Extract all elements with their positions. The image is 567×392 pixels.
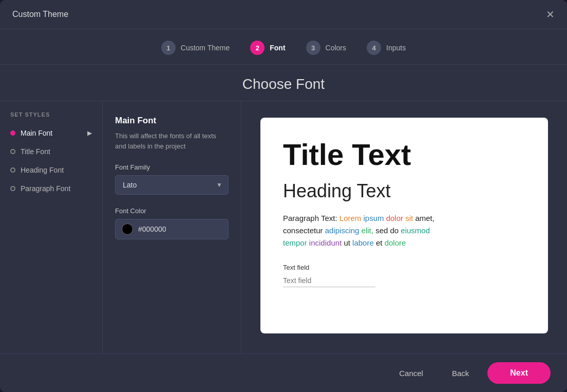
preview-panel: Title Text Heading Text Paragraph Text: … xyxy=(241,101,567,353)
sidebar-dot-paragraph-font xyxy=(10,186,15,191)
preview-field-label: Text field xyxy=(283,264,525,271)
para-word-18: dolore xyxy=(385,238,406,247)
para-word-1: Paragraph xyxy=(283,214,321,222)
sidebar-item-paragraph-font[interactable]: Paragraph Font xyxy=(0,179,102,198)
para-word-9: adipiscing xyxy=(325,226,362,235)
page-title: Choose Font xyxy=(0,65,567,101)
sidebar-item-title-font-label: Title Font xyxy=(21,147,50,156)
settings-panel: Main Font This will affect the fonts of … xyxy=(103,101,241,353)
preview-card: Title Text Heading Text Paragraph Text: … xyxy=(260,118,548,333)
main-panel: Main Font This will affect the fonts of … xyxy=(103,101,567,353)
stepper: 1 Custom Theme 2 Font 3 Colors 4 Inputs xyxy=(0,29,567,65)
sidebar-dot-main-font xyxy=(10,130,15,136)
sidebar-item-heading-font-label: Heading Font xyxy=(21,166,64,174)
color-value: #000000 xyxy=(138,225,166,233)
step-4-circle: 4 xyxy=(367,41,381,55)
sidebar-item-title-font[interactable]: Title Font xyxy=(0,142,102,161)
step-3-circle: 3 xyxy=(306,41,320,55)
preview-title-text: Title Text xyxy=(283,138,525,171)
step-1[interactable]: 1 Custom Theme xyxy=(161,41,230,55)
font-color-label: Font Color xyxy=(115,207,229,215)
close-button[interactable]: ✕ xyxy=(546,9,555,20)
modal: Custom Theme ✕ 1 Custom Theme 2 Font 3 C… xyxy=(0,0,567,392)
font-family-label: Font Family xyxy=(115,163,229,171)
para-word-10: elit, xyxy=(362,226,376,235)
para-word-11: sed xyxy=(375,226,390,235)
step-1-label: Custom Theme xyxy=(181,44,230,52)
step-1-circle: 1 xyxy=(161,41,176,55)
para-word-5: dolor xyxy=(386,214,406,222)
settings-section-title: Main Font xyxy=(115,116,229,126)
font-color-input[interactable]: #000000 xyxy=(115,219,229,239)
footer: Cancel Back Next xyxy=(0,353,567,392)
para-word-17: et xyxy=(376,238,385,247)
color-dot xyxy=(122,223,133,235)
para-word-6: sit xyxy=(405,214,415,222)
sidebar-dot-title-font xyxy=(10,149,15,154)
step-2-label: Font xyxy=(270,44,285,52)
preview-text-input[interactable] xyxy=(283,274,375,287)
font-family-select[interactable]: Lato Roboto Open Sans Montserrat Raleway… xyxy=(115,175,229,195)
step-3[interactable]: 3 Colors xyxy=(306,41,346,55)
para-word-8: consectetur xyxy=(283,226,325,235)
para-word-12: do xyxy=(390,226,401,235)
sidebar-dot-heading-font xyxy=(10,167,15,173)
para-word-16: labore xyxy=(352,238,376,247)
para-word-14: incididunt xyxy=(309,238,344,247)
para-word-15: ut xyxy=(344,238,352,247)
next-button[interactable]: Next xyxy=(487,362,551,384)
step-4[interactable]: 4 Inputs xyxy=(367,41,406,55)
para-word-2: Text: xyxy=(321,214,339,222)
cancel-button[interactable]: Cancel xyxy=(389,364,433,383)
sidebar: SET STYLES Main Font ▶ Title Font Headin… xyxy=(0,101,103,353)
font-family-select-wrapper: Lato Roboto Open Sans Montserrat Raleway… xyxy=(115,175,229,195)
para-word-4: ipsum xyxy=(364,214,386,222)
para-word-3: Lorem xyxy=(339,214,364,222)
back-button[interactable]: Back xyxy=(442,364,479,383)
para-word-7: amet, xyxy=(415,214,434,222)
modal-header: Custom Theme ✕ xyxy=(0,0,567,29)
step-4-label: Inputs xyxy=(386,44,406,52)
content-area: SET STYLES Main Font ▶ Title Font Headin… xyxy=(0,101,567,353)
sidebar-item-main-font[interactable]: Main Font ▶ xyxy=(0,124,102,142)
step-2[interactable]: 2 Font xyxy=(250,41,285,55)
step-2-circle: 2 xyxy=(250,41,264,55)
preview-heading-text: Heading Text xyxy=(283,180,525,202)
step-3-label: Colors xyxy=(326,44,346,52)
settings-description: This will affect the fonts of all texts … xyxy=(115,131,229,151)
sidebar-item-main-font-label: Main Font xyxy=(21,129,52,137)
sidebar-section-label: SET STYLES xyxy=(0,111,102,124)
preview-paragraph-text: Paragraph Text: Lorem ipsum dolor sit am… xyxy=(283,212,525,249)
sidebar-item-paragraph-font-label: Paragraph Font xyxy=(21,184,70,193)
sidebar-item-heading-font[interactable]: Heading Font xyxy=(0,161,102,179)
modal-title: Custom Theme xyxy=(12,10,68,19)
sidebar-arrow-icon: ▶ xyxy=(87,129,92,137)
